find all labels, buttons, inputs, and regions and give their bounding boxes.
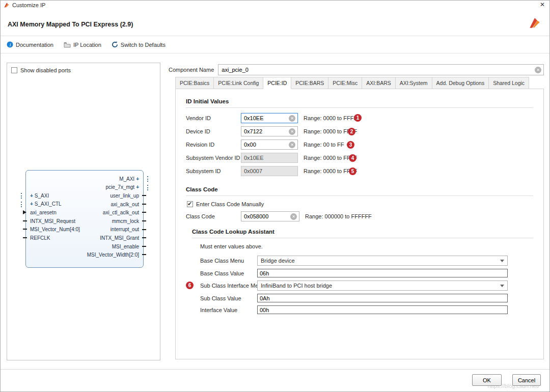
- right-ports-column: M_AXI+ pcie_7x_mgt+ user_link_up axi_acl…: [30, 175, 139, 259]
- tab-pcie-link-config[interactable]: PCIE:Link Config: [214, 77, 263, 89]
- sub-class-interface-menu-row: Sub Class Interface Menu InfiniBand to P…: [200, 281, 533, 291]
- port-arrow-icon: [23, 210, 26, 214]
- show-disabled-ports-label: Show disabled ports: [20, 67, 71, 73]
- class-code-row: Class Code Range: 000000 to FFFFFF: [186, 211, 533, 221]
- chevron-down-icon: [500, 260, 504, 262]
- port-pin-icon: [142, 229, 146, 230]
- tab-add-debug-options[interactable]: Add. Debug Options: [432, 77, 489, 89]
- base-class-menu-label: Base Class Menu: [200, 258, 257, 264]
- enter-class-code-checkbox[interactable]: [187, 201, 193, 207]
- cancel-button[interactable]: Cancel: [512, 374, 541, 386]
- port-pcie-7x-mgt[interactable]: pcie_7x_mgt+: [30, 183, 139, 192]
- port-label: MSI_Vector_Width[2:0]: [87, 252, 139, 258]
- ip-header: AXI Memory Mapped To PCI Express (2.9): [1, 10, 549, 36]
- close-icon[interactable]: ✕: [540, 1, 545, 8]
- window-title: Customize IP: [12, 2, 45, 8]
- switch-to-defaults-label: Switch to Defaults: [121, 42, 166, 48]
- enter-class-code-row[interactable]: Enter Class Code Manually: [187, 201, 533, 207]
- port-label: M_AXI: [119, 176, 134, 182]
- tab-axi-system[interactable]: AXI:System: [396, 77, 432, 89]
- port-msi-enable[interactable]: MSI_enable: [30, 242, 139, 251]
- port-pin-icon: [142, 246, 146, 247]
- customize-ip-dialog: Customize IP ✕ AXI Memory Mapped To PCI …: [0, 0, 550, 392]
- lookup-title: Class Code Lookup Assistant: [192, 229, 533, 235]
- port-pin-icon: [23, 237, 27, 238]
- switch-to-defaults-button[interactable]: Switch to Defaults: [112, 41, 166, 48]
- divider: [192, 238, 533, 238]
- port-pin-icon: [142, 212, 146, 213]
- port-pin-icon: [142, 254, 146, 255]
- port-label: axi_ctl_aclk_out: [103, 210, 139, 215]
- clear-icon[interactable]: [290, 213, 297, 220]
- port-label: user_link_up: [110, 193, 139, 199]
- clear-icon[interactable]: [289, 115, 295, 122]
- port-label: pcie_7x_mgt: [105, 184, 134, 190]
- tab-pcie-basics[interactable]: PCIE:Basics: [175, 77, 214, 89]
- ok-button[interactable]: OK: [472, 374, 502, 386]
- tab-axi-bars[interactable]: AXI:BARS: [362, 77, 395, 89]
- xilinx-logo: [528, 16, 541, 30]
- documentation-button[interactable]: i Documentation: [7, 41, 53, 48]
- port-m-axi[interactable]: M_AXI+: [30, 175, 139, 183]
- port-intx-msi-grant[interactable]: INTX_MSI_Grant: [30, 234, 139, 242]
- clear-icon[interactable]: [289, 142, 295, 148]
- interface-connector-icon: [21, 202, 22, 207]
- class-code-lookup-assistant: Class Code Lookup Assistant Must enter v…: [192, 229, 533, 314]
- clear-icon[interactable]: [535, 67, 541, 73]
- annotation-badge-3: 3: [347, 141, 354, 149]
- class-code-label: Class Code: [186, 213, 241, 219]
- tab-bar: PCIE:Basics PCIE:Link Config PCIE:ID PCI…: [175, 77, 544, 89]
- vendor-id-label: Vendor ID: [186, 115, 241, 121]
- base-class-value-row: Base Class Value: [200, 269, 533, 277]
- port-label: INTX_MSI_Grant: [100, 235, 139, 241]
- show-disabled-ports-checkbox[interactable]: [11, 67, 17, 73]
- port-interrupt-out[interactable]: interrupt_out: [30, 226, 139, 234]
- ip-block-diagram: +S_AXI +S_AXI_CTL axi_aresetn INTX_MSI_R…: [25, 170, 144, 268]
- tab-pcie-misc[interactable]: PCIE:Misc: [328, 77, 362, 89]
- tab-shared-logic[interactable]: Shared Logic: [489, 77, 529, 89]
- base-class-value-input[interactable]: [257, 269, 508, 277]
- port-axi-ctl-aclk-out[interactable]: axi_ctl_aclk_out: [30, 208, 139, 217]
- subsystem-id-input: [241, 166, 298, 176]
- toolbar: i Documentation IP Location Switch to De…: [1, 36, 549, 53]
- port-msi-vector-width[interactable]: MSI_Vector_Width[2:0]: [30, 250, 139, 259]
- vendor-id-range: Range: 0000 to FFFF: [304, 115, 357, 121]
- xilinx-icon: [4, 2, 10, 8]
- sub-class-value-label: Sub Class Value: [200, 295, 257, 301]
- dialog-footer: https://blog.csdn.net/ OK Cancel: [1, 369, 549, 391]
- sub-class-interface-menu-select[interactable]: InfiniBand to PCI host bridge: [257, 281, 508, 291]
- show-disabled-ports-row[interactable]: Show disabled ports: [11, 67, 160, 73]
- annotation-badge-6: 6: [186, 282, 194, 289]
- expand-plus-icon[interactable]: +: [136, 176, 139, 182]
- interface-value-input[interactable]: [257, 305, 508, 314]
- base-class-menu-select[interactable]: Bridge device: [257, 256, 508, 266]
- port-axi-aclk-out[interactable]: axi_aclk_out: [30, 200, 139, 209]
- subsystem-vendor-id-row: Subsystem Vendor ID Range: 0000 to FFFF: [186, 153, 533, 163]
- sub-class-value-input[interactable]: [257, 294, 508, 302]
- annotation-badge-2: 2: [348, 128, 355, 135]
- base-class-value-label: Base Class Value: [200, 270, 257, 276]
- port-user-link-up[interactable]: user_link_up: [30, 191, 139, 200]
- documentation-label: Documentation: [16, 42, 53, 48]
- tab-pcie-bars[interactable]: PCIE:BARS: [291, 77, 328, 89]
- tab-pcie-id[interactable]: PCIE:ID: [263, 77, 291, 89]
- port-pin-icon: [23, 229, 27, 230]
- port-pin-icon: [142, 237, 146, 238]
- annotation-badge-5: 5: [349, 167, 356, 175]
- divider: [186, 107, 533, 108]
- pcie-id-panel: ID Initial Values Vendor ID Range: 0000 …: [175, 89, 544, 359]
- device-id-row: Device ID Range: 0000 to FFFF: [186, 126, 533, 136]
- subsystem-id-label: Subsystem ID: [186, 168, 241, 174]
- expand-plus-icon[interactable]: +: [136, 184, 139, 190]
- clear-icon[interactable]: [289, 128, 295, 135]
- component-name-input[interactable]: [218, 64, 544, 75]
- lookup-rows: Base Class Menu Bridge device Base Class…: [200, 256, 533, 314]
- ip-location-button[interactable]: IP Location: [64, 42, 101, 48]
- port-label: interrupt_out: [111, 227, 139, 232]
- annotation-badge-4: 4: [349, 154, 356, 162]
- port-mmcm-lock[interactable]: mmcm_lock: [30, 217, 139, 226]
- subsystem-vendor-id-label: Subsystem Vendor ID: [186, 155, 241, 161]
- refresh-icon: [112, 41, 118, 48]
- interface-value-row: Interface Value: [200, 305, 533, 314]
- port-pin-icon: [142, 220, 146, 221]
